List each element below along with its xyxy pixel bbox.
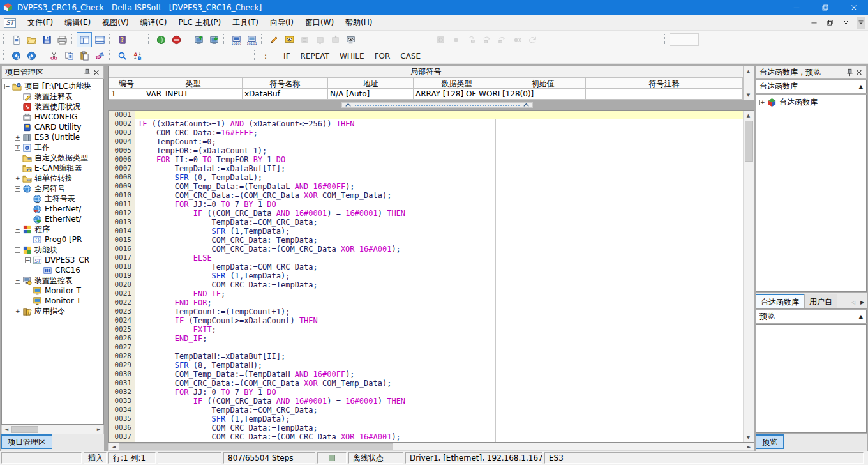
close-icon[interactable] bbox=[855, 68, 864, 77]
find-button[interactable] bbox=[114, 49, 130, 64]
code-line[interactable]: COM_CRC_Data:=(COM_CRC_Data XOR COM_Temp… bbox=[135, 379, 743, 388]
collapse-icon[interactable]: − bbox=[15, 247, 20, 253]
open-project-button[interactable] bbox=[24, 32, 39, 47]
new-file-button[interactable] bbox=[8, 32, 24, 47]
scroll-left-icon[interactable]: ◄ bbox=[109, 443, 119, 451]
expand-icon[interactable]: + bbox=[15, 309, 20, 314]
tree-item[interactable]: −全局符号 bbox=[3, 183, 103, 194]
mdi-close-icon[interactable] bbox=[841, 18, 851, 28]
st-insert-case-button[interactable]: CASE bbox=[395, 50, 426, 63]
tab-scroll-right-icon[interactable]: ▶ bbox=[858, 296, 867, 308]
tree-item[interactable]: −项目 [F:\PLC功能块 bbox=[3, 81, 103, 91]
project-window-button[interactable] bbox=[77, 32, 92, 47]
library-tab[interactable]: 台达函数库 bbox=[756, 294, 804, 308]
code-line[interactable]: TempData:=COM_CRC_Data; bbox=[135, 406, 743, 415]
collapse-icon[interactable]: − bbox=[25, 257, 31, 263]
scroll-down-icon[interactable]: ▼ bbox=[744, 432, 753, 442]
mdi-minimize-icon[interactable] bbox=[809, 18, 819, 28]
code-line[interactable]: FOR JJ:=0 TO 7 BY 1 DO bbox=[135, 200, 743, 209]
collapse-up-icon[interactable]: ▲ bbox=[859, 84, 863, 89]
restore-icon[interactable] bbox=[811, 0, 839, 15]
collapse-icon[interactable]: − bbox=[15, 186, 20, 192]
paste-button[interactable] bbox=[77, 49, 92, 64]
tree-item[interactable]: 自定义数据类型 bbox=[3, 153, 103, 163]
tree-item[interactable]: CARD Utility bbox=[3, 122, 103, 132]
tree-item[interactable]: +ES3 (Untitle bbox=[3, 132, 103, 142]
st-insert-repeat-button[interactable]: REPEAT bbox=[296, 50, 334, 63]
menu-e[interactable]: 编辑(E) bbox=[59, 15, 96, 31]
code-line[interactable]: COM_CRC_Data:=16#FFFF; bbox=[135, 128, 743, 137]
eraser-button[interactable] bbox=[92, 49, 107, 64]
st-insert-if-button[interactable]: IF bbox=[278, 50, 295, 63]
symbol-table-vscrollbar[interactable]: ▲ ▼ bbox=[743, 66, 754, 100]
code-line[interactable]: TempData:=COM_CRC_Data; bbox=[135, 218, 743, 227]
code-line[interactable]: COM_CRC_Data:=(COM_CRC_Data XOR COM_Temp… bbox=[135, 191, 743, 200]
code-line[interactable]: TempCount:=0; bbox=[135, 137, 743, 146]
code-line[interactable] bbox=[135, 111, 743, 119]
code-line[interactable]: COM_CRC_Data:=(COM_CRC_Data XOR 16#A001)… bbox=[135, 432, 743, 441]
tree-item[interactable]: +工作 bbox=[3, 142, 103, 153]
tree-item[interactable]: −程序 bbox=[3, 224, 103, 234]
code-line[interactable]: EXIT; bbox=[135, 325, 743, 334]
collapse-icon[interactable]: − bbox=[4, 84, 10, 89]
tree-item[interactable]: EtherNet/ bbox=[3, 204, 103, 214]
code-line[interactable]: IF (TempCount>=xDataCount) THEN bbox=[135, 316, 743, 325]
online-edit-button[interactable] bbox=[281, 32, 297, 47]
code-line[interactable]: COM_Temp_Data:=(TempDataL AND 16#00FF); bbox=[135, 182, 743, 191]
library-dropdown[interactable]: 台达函数库 ▲ bbox=[756, 80, 867, 93]
menu-v[interactable]: 视图(V) bbox=[96, 15, 135, 31]
code-line[interactable]: COM_CRC_Data:=(COM_CRC_Data XOR 16#A001)… bbox=[135, 245, 743, 254]
preview-dropdown[interactable]: 预览 ▲ bbox=[756, 310, 867, 323]
code-line[interactable]: FOR JJ:=0 TO 7 BY 1 DO bbox=[135, 388, 743, 397]
tree-item[interactable]: Monitor T bbox=[3, 286, 103, 296]
code-line[interactable]: SFR (1,TempData); bbox=[135, 227, 743, 236]
redo-button[interactable] bbox=[24, 49, 39, 64]
symbol-cell[interactable]: xDataBuf bbox=[243, 89, 328, 100]
collapse-icon[interactable]: − bbox=[15, 227, 20, 232]
splitter-collapse-handle[interactable] bbox=[341, 102, 533, 108]
titlebar[interactable]: DVPES3_CRC16_Check - Delta ISPSoft - [DV… bbox=[0, 0, 868, 15]
tree-item[interactable]: {}Prog0 [PR bbox=[3, 234, 103, 245]
watch-eye-button[interactable] bbox=[343, 32, 358, 47]
expand-icon[interactable]: + bbox=[15, 176, 20, 181]
expand-icon[interactable]: + bbox=[15, 135, 20, 141]
tree-item[interactable]: +台达函数库 bbox=[758, 97, 865, 107]
edit-pen-button[interactable] bbox=[266, 32, 281, 47]
scroll-left-icon[interactable]: ◄ bbox=[2, 425, 11, 434]
mdi-restore-icon[interactable] bbox=[825, 18, 835, 28]
symbol-column-header[interactable]: 地址 bbox=[328, 78, 414, 89]
expand-icon[interactable]: + bbox=[15, 145, 20, 151]
menu-i[interactable]: 向导(I) bbox=[264, 15, 299, 31]
tree-item[interactable]: −功能块 bbox=[3, 245, 103, 255]
scrollbar-thumb[interactable] bbox=[119, 443, 393, 450]
symbol-column-header[interactable]: 初始值 bbox=[500, 78, 586, 89]
tree-item[interactable]: CRC16 bbox=[3, 265, 103, 275]
close-icon[interactable] bbox=[839, 0, 868, 15]
code-line[interactable]: FOR II:=0 TO TempFOR BY 1 DO bbox=[135, 155, 743, 164]
code-line[interactable]: TempDataH:=xDataBuf[II]; bbox=[135, 352, 743, 361]
scroll-right-icon[interactable]: ► bbox=[744, 443, 754, 451]
editor-hscrollbar[interactable]: ◄ ► bbox=[108, 443, 754, 451]
tab-preview[interactable]: 预览 bbox=[756, 434, 784, 449]
code-line[interactable]: SFR (1,TempData); bbox=[135, 271, 743, 280]
code-line[interactable]: IF ((COM_CRC_Data AND 16#0001) = 16#0001… bbox=[135, 397, 743, 406]
compile-button[interactable] bbox=[153, 32, 168, 47]
toolbar-combobox[interactable] bbox=[670, 33, 699, 46]
expand-icon[interactable]: + bbox=[760, 100, 765, 105]
tree-item[interactable]: −装置监控表 bbox=[3, 275, 103, 286]
scrollbar-thumb[interactable] bbox=[745, 121, 753, 162]
code-line[interactable]: COM_CRC_Data:=TempData; bbox=[135, 236, 743, 245]
code-line[interactable]: ELSE bbox=[135, 254, 743, 263]
upload-button[interactable] bbox=[206, 32, 221, 47]
code-line[interactable]: SFR (8, TempDataH); bbox=[135, 361, 743, 370]
menu-f[interactable]: 文件(F) bbox=[22, 15, 59, 31]
pin-icon[interactable] bbox=[82, 68, 92, 77]
symbol-column-header[interactable]: 编号 bbox=[109, 78, 144, 89]
symbol-cell[interactable]: VAR_INPUT bbox=[144, 89, 243, 100]
tree-item[interactable]: −STDVPES3_CR bbox=[3, 255, 103, 265]
stop-button[interactable] bbox=[168, 32, 184, 47]
code-line[interactable]: END_IF; bbox=[135, 334, 743, 343]
scroll-up-icon[interactable]: ▲ bbox=[744, 111, 753, 120]
st-code-editor[interactable]: 0001000200030004000500060007000800090010… bbox=[108, 110, 754, 443]
code-line[interactable]: SFR (1,TempData); bbox=[135, 415, 743, 423]
